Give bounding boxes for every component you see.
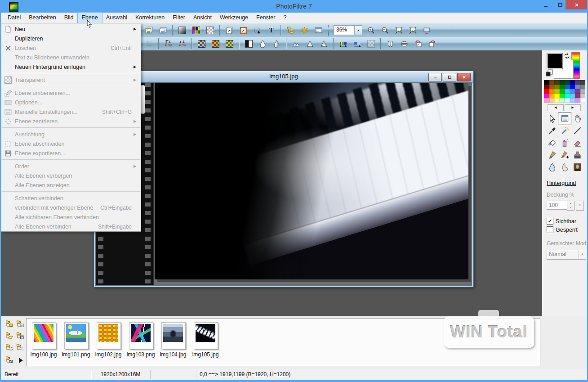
menu-item-alle-ebenen-anzeigen[interactable]: Alle Ebenen anzeigen	[1, 180, 141, 190]
flip-vertical-icon[interactable]	[399, 38, 410, 49]
menu-item-ebene-zentrieren[interactable]: Ebene zentrieren▶	[1, 117, 141, 126]
opacity-spinner[interactable]: ▲▼	[567, 201, 575, 211]
menu-item-ausrichtung[interactable]: Ausrichtung▶	[1, 130, 141, 139]
image-minimize-button[interactable]	[428, 73, 442, 81]
palette-swatch[interactable]	[565, 94, 570, 98]
palette-swatch[interactable]	[549, 98, 555, 103]
palette-swatch[interactable]	[560, 94, 565, 98]
paste-image-icon[interactable]	[143, 25, 155, 36]
menu-datei[interactable]: Datei	[4, 13, 25, 23]
flip-horizontal-icon[interactable]	[385, 38, 396, 49]
palette-swatch[interactable]	[549, 80, 555, 85]
palette-swatch[interactable]	[560, 98, 565, 103]
sharpen-outline-icon[interactable]	[318, 38, 330, 49]
palette-swatch[interactable]	[544, 80, 549, 85]
palette-next-button[interactable]: ▶	[565, 104, 581, 111]
palette-swatch[interactable]	[565, 85, 570, 89]
sharpen-filled-icon[interactable]	[304, 38, 316, 49]
swap-colors-icon[interactable]	[563, 53, 570, 59]
menu-item-verbinden-mit-vorheriger-ebene[interactable]: verbinden mit vorheriger EbeneCtrl+Einga…	[1, 203, 141, 212]
palette-swatch[interactable]	[580, 98, 586, 103]
folder-tree-icon[interactable]	[5, 320, 14, 329]
image-frame-icon[interactable]	[238, 25, 249, 36]
layer-background-link[interactable]: Hintergrund	[547, 180, 576, 186]
menu-item-ebene-umbenennen[interactable]: Ebene umbenennen...	[1, 88, 141, 98]
tool-color-picker[interactable]	[546, 125, 558, 137]
transparent-color-icon[interactable]	[365, 38, 377, 49]
tool-smudge-tool[interactable]	[558, 161, 571, 173]
palette-swatch[interactable]	[560, 80, 565, 85]
palette-swatch[interactable]	[554, 94, 560, 98]
palette-swatch[interactable]	[549, 85, 555, 89]
palette-swatch[interactable]	[575, 94, 580, 98]
visible-checkbox[interactable]: ✓	[547, 218, 553, 225]
menu-fenster[interactable]: Fenster	[252, 13, 279, 23]
palette-swatch[interactable]	[580, 89, 586, 94]
menu-item-schatten-verbinden[interactable]: Schatten verbinden	[1, 193, 141, 203]
rotate-left-icon[interactable]	[413, 38, 424, 49]
palette-swatch[interactable]	[544, 94, 549, 98]
palette-swatch[interactable]	[565, 80, 570, 85]
palette-swatch[interactable]	[570, 85, 575, 89]
bw-threshold-icon[interactable]	[243, 38, 254, 49]
palette-swatch[interactable]	[575, 80, 580, 85]
palette-swatch[interactable]	[554, 98, 560, 103]
thumbnail-img101.png[interactable]	[64, 322, 89, 349]
palette-swatch[interactable]	[544, 85, 549, 89]
folder-image-icon[interactable]	[16, 320, 25, 329]
gradient-bar-icon[interactable]	[352, 38, 363, 49]
menu-item-alle-sichtbaren-ebenen-verbinden[interactable]: Alle sichtbaren Ebenen verbinden	[1, 212, 141, 222]
tool-line-tool[interactable]	[571, 125, 584, 137]
full-screen-icon[interactable]	[421, 25, 432, 36]
tool-clone-stamp[interactable]	[571, 149, 584, 161]
menu-korrekturen[interactable]: Korrekturen	[131, 13, 169, 23]
palette-swatch[interactable]	[565, 89, 570, 94]
menu-item-neu[interactable]: Neu▶	[1, 24, 141, 34]
pattern-sepia-icon[interactable]	[210, 38, 221, 49]
contrast-auto-icon[interactable]: ◐+AUTO	[177, 38, 188, 49]
default-colors-icon[interactable]	[546, 69, 553, 76]
palette-swatch[interactable]	[544, 98, 549, 103]
palette-swatch[interactable]	[570, 89, 575, 94]
palette-swatch[interactable]	[575, 89, 580, 94]
thumbnail-img104.jpg[interactable]	[161, 322, 186, 349]
menu-item-text-zu-bildebene-umwandeln[interactable]: Text zu Bildebene umwandeln	[1, 53, 141, 62]
gamma-auto-icon[interactable]: Γ+AUTO	[163, 38, 174, 49]
tool-eraser-tool[interactable]	[571, 137, 584, 149]
module-window-icon[interactable]	[313, 25, 324, 36]
palette-swatch[interactable]	[580, 94, 586, 98]
folder-open-icon[interactable]	[5, 332, 14, 341]
menu-?[interactable]: ?	[279, 13, 290, 23]
blend-mode-select[interactable]: Normal▼	[547, 250, 586, 260]
palette-swatch[interactable]	[570, 98, 575, 103]
image-restore-button[interactable]	[443, 73, 456, 81]
locked-checkbox[interactable]	[547, 226, 553, 233]
gradient-fill-icon[interactable]	[177, 25, 188, 36]
duplicate-image-icon[interactable]	[157, 25, 169, 36]
thumbnail-img105.jpg[interactable]	[194, 322, 218, 349]
paste-selection-icon[interactable]	[252, 25, 263, 36]
photo-canvas[interactable]	[155, 83, 468, 279]
zoom-out-icon[interactable]	[379, 25, 391, 36]
menu-bild[interactable]: Bild	[60, 13, 78, 23]
palette-swatch[interactable]	[575, 85, 580, 89]
blur-mountains-icon[interactable]	[290, 38, 302, 49]
folder-save-icon[interactable]	[16, 332, 25, 341]
tool-layer-manager[interactable]	[558, 112, 571, 125]
tool-blur-tool[interactable]	[546, 161, 558, 173]
minimize-button[interactable]	[539, 0, 553, 9]
menu-item-ebene-exportieren[interactable]: Ebene exportieren...	[1, 148, 141, 158]
palette-swatch[interactable]	[554, 89, 560, 94]
menu-item-manuelle-einstellungen[interactable]: Manuelle Einstellungen...Shift+Ctrl+G	[1, 107, 141, 117]
pattern-gray-icon[interactable]	[196, 38, 207, 49]
palette-swatch[interactable]	[565, 98, 570, 103]
image-close-button[interactable]	[457, 73, 471, 81]
text-tool-icon[interactable]: T	[266, 25, 277, 36]
palette-swatch[interactable]	[554, 85, 560, 89]
palette-prev-button[interactable]: ◀	[548, 104, 564, 111]
pattern-green-icon[interactable]	[224, 38, 235, 49]
close-button[interactable]	[566, 0, 588, 9]
palette-swatch[interactable]	[549, 94, 555, 98]
palette-swatch[interactable]	[544, 89, 549, 94]
thumbnail-img103.png[interactable]	[129, 322, 153, 349]
